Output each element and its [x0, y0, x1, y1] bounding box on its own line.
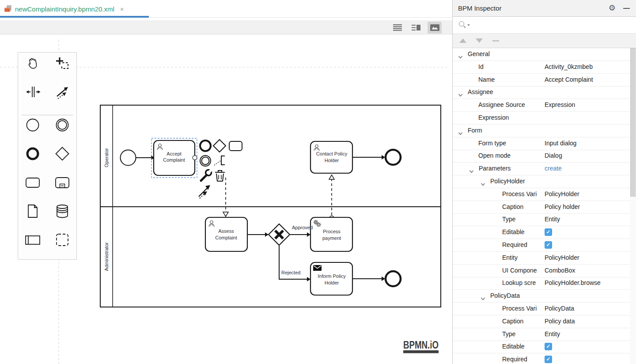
property-label: Editable: [502, 228, 525, 235]
remove-icon[interactable]: [492, 40, 499, 42]
task-assess-complaint[interactable]: [205, 217, 247, 251]
inspector-row[interactable]: PolicyHolder: [453, 175, 630, 188]
inspector-row[interactable]: IdActivity_0kzmbeb: [453, 61, 630, 74]
inspector-row[interactable]: Process VariPolicyData: [453, 303, 630, 315]
create-group[interactable]: [53, 231, 71, 249]
property-label: Entity: [502, 254, 518, 261]
gear-icon[interactable]: ⚙: [609, 4, 616, 12]
diagram-view-icon[interactable]: [428, 22, 442, 34]
property-value[interactable]: ComboBox: [545, 267, 575, 274]
end-event-top[interactable]: [386, 150, 401, 165]
property-value[interactable]: PolicyHolder.browse: [545, 279, 601, 286]
create-task[interactable]: [24, 174, 42, 191]
inspector-row[interactable]: Parameterscreate: [453, 163, 630, 175]
inspector-row[interactable]: Required✓: [453, 239, 630, 252]
property-value[interactable]: PolicyHolder: [545, 190, 579, 197]
inspector-row[interactable]: Lookup screPolicyHolder.browse: [453, 277, 630, 290]
inspector-row[interactable]: EntityPolicyHolder: [453, 252, 630, 265]
inspector-row[interactable]: CaptionPolicy data: [453, 315, 630, 328]
inspector-row[interactable]: Editable✓: [453, 341, 630, 353]
chevron-down-icon[interactable]: [469, 167, 474, 175]
create-end-event[interactable]: [24, 145, 42, 163]
create-subprocess[interactable]: [53, 174, 71, 191]
property-value[interactable]: Entity: [545, 330, 560, 337]
end-event-bottom[interactable]: [386, 271, 401, 286]
inspector-row[interactable]: Form typeInput dialog: [453, 137, 630, 150]
start-event[interactable]: [121, 150, 136, 166]
task-process-payment[interactable]: [310, 217, 352, 251]
inspector-title: BPM Inspector: [458, 4, 501, 12]
property-value[interactable]: Policy holder: [545, 203, 580, 210]
inspector-row[interactable]: Expression: [453, 112, 630, 125]
create-participant[interactable]: [24, 231, 42, 249]
inspector-row[interactable]: Form: [453, 125, 630, 137]
global-connect-tool[interactable]: [53, 83, 71, 101]
move-down-icon[interactable]: [476, 38, 483, 43]
inspector-row[interactable]: Assignee SourceExpression: [453, 99, 630, 112]
inspector-row[interactable]: PolicyData: [453, 290, 630, 303]
property-label: Expression: [478, 114, 509, 121]
inspector-row[interactable]: Editable✓: [453, 226, 630, 239]
chevron-down-icon[interactable]: [467, 24, 470, 26]
chevron-down-icon[interactable]: [458, 53, 463, 61]
property-label: Caption: [502, 203, 523, 210]
task-contact-policy-holder[interactable]: [310, 141, 352, 173]
inspector-row[interactable]: Open modeDialog: [453, 150, 630, 163]
bpmn-canvas[interactable]: Operator Administrator: [0, 34, 452, 364]
property-label: Open mode: [478, 152, 511, 159]
property-value[interactable]: PolicyHolder: [545, 254, 579, 261]
create-data-store[interactable]: [53, 202, 71, 220]
hide-icon[interactable]: [623, 8, 630, 9]
property-label: UI Compone: [502, 267, 537, 274]
chevron-down-icon[interactable]: [458, 91, 463, 99]
inspector-row[interactable]: Required✓: [453, 353, 630, 364]
property-value[interactable]: Accept Complaint: [545, 76, 593, 83]
lane-label-operator: Operator: [104, 148, 109, 167]
text-view-icon[interactable]: [390, 22, 405, 34]
property-value[interactable]: create: [545, 165, 562, 172]
checkbox-checked[interactable]: ✓: [545, 343, 552, 350]
property-label: Parameters: [479, 165, 511, 172]
svg-text:BPMN.iO: BPMN.iO: [403, 339, 439, 351]
connection-handle[interactable]: [193, 155, 197, 160]
property-label: Name: [478, 76, 495, 83]
checkbox-checked[interactable]: ✓: [545, 228, 552, 236]
inspector-row[interactable]: Process VariPolicyHolder: [453, 188, 630, 201]
property-label: PolicyHolder: [490, 178, 525, 185]
inspector-search[interactable]: [453, 17, 636, 34]
chevron-down-icon[interactable]: [458, 129, 463, 137]
checkbox-checked[interactable]: ✓: [545, 241, 552, 249]
chevron-down-icon[interactable]: [481, 180, 485, 188]
chevron-down-icon[interactable]: [481, 294, 485, 302]
checkbox-checked[interactable]: ✓: [545, 356, 552, 363]
move-up-icon[interactable]: [459, 38, 466, 43]
property-value[interactable]: Entity: [545, 216, 560, 223]
property-value[interactable]: Policy data: [545, 318, 575, 325]
property-value[interactable]: Input dialog: [545, 140, 576, 147]
hand-tool[interactable]: [24, 55, 42, 72]
property-value[interactable]: Activity_0kzmbeb: [545, 63, 593, 70]
property-value[interactable]: Dialog: [545, 152, 562, 159]
create-data-object[interactable]: [24, 202, 42, 220]
space-tool[interactable]: [24, 83, 42, 101]
create-start-event[interactable]: [24, 116, 42, 134]
inspector-row[interactable]: CaptionPolicy holder: [453, 201, 630, 214]
split-view-icon[interactable]: [409, 22, 423, 34]
task-label: Complaint: [163, 157, 185, 163]
inspector-row[interactable]: NameAccept Complaint: [453, 74, 630, 87]
inspector-row[interactable]: General: [453, 48, 630, 61]
close-icon[interactable]: ×: [120, 5, 124, 13]
tab-bpmn-file[interactable]: <> newComplaintInquiry.bpmn20.xml ×: [0, 0, 149, 18]
scrollbar-track[interactable]: [630, 48, 636, 364]
inspector-row[interactable]: Assignee: [453, 86, 630, 99]
create-intermediate-event[interactable]: [53, 116, 71, 134]
create-gateway[interactable]: [53, 145, 71, 163]
bpmn-io-watermark[interactable]: BPMN.iO: [403, 339, 439, 353]
inspector-row[interactable]: TypeEntity: [453, 213, 630, 226]
inspector-row[interactable]: UI ComponeComboBox: [453, 265, 630, 277]
lasso-tool[interactable]: [53, 55, 71, 72]
inspector-row[interactable]: TypeEntity: [453, 328, 630, 341]
property-value[interactable]: Expression: [545, 101, 575, 108]
scrollbar-thumb[interactable]: [630, 48, 636, 197]
property-value[interactable]: PolicyData: [545, 305, 574, 312]
